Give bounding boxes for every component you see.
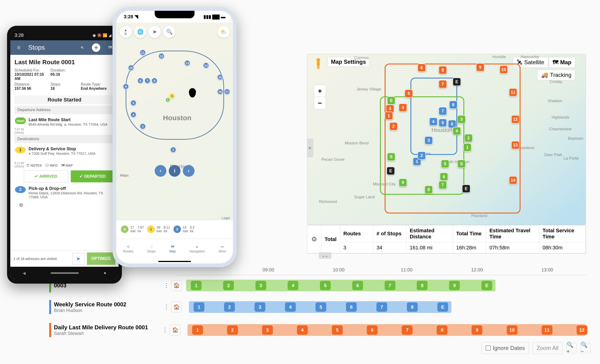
pegman-icon[interactable] [314, 57, 323, 70]
search-icon[interactable]: 🔍 [163, 26, 175, 38]
route-menu-button[interactable]: ⋮ [162, 282, 171, 289]
strip-s[interactable]: S [121, 225, 128, 233]
tab-more[interactable]: •••More [219, 245, 226, 253]
green-start-pin2[interactable]: S [387, 153, 395, 161]
stop-info-button[interactable]: i [169, 165, 180, 177]
gantt-stop-pin[interactable]: 3 [255, 281, 266, 290]
route-home-button[interactable]: 🏠 [171, 280, 182, 291]
map-stop-pin[interactable]: 4 [130, 112, 136, 118]
totals-settings-icon[interactable]: ⚙ [307, 225, 321, 253]
gantt-stop-pin[interactable]: 1 [194, 302, 204, 312]
compass-icon[interactable]: ▲N [120, 26, 132, 38]
strip-2[interactable]: 2 [173, 225, 181, 233]
map-stop-pin[interactable]: 17 [224, 89, 230, 95]
map-stop-pin[interactable]: 5 [130, 100, 136, 106]
route-end-pin3[interactable]: E [462, 185, 470, 193]
map-stop-pin[interactable]: 16 [217, 89, 223, 95]
map-stop-pin[interactable]: 2 [170, 147, 176, 153]
gantt-stop-pin[interactable]: 4 [297, 325, 308, 335]
tab-map[interactable]: 🗺Map [169, 245, 176, 253]
weather-icon[interactable]: ⛅ [217, 26, 230, 38]
home-indicator[interactable] [158, 261, 191, 262]
stop-1[interactable]: 1 Delivery & Service Stop ● 7200 Gulf Fw… [15, 145, 114, 157]
orange-pin[interactable]: 1 [384, 112, 393, 120]
add-button[interactable]: + [91, 43, 101, 52]
gantt-stop-pin[interactable]: 8 [407, 302, 418, 312]
route-row-2[interactable]: Weekly Service Route 0002Brian Hudson ⋮ … [47, 298, 586, 316]
recent-icon[interactable]: ■ [104, 271, 106, 275]
gantt-stop-pin[interactable]: E [481, 281, 492, 290]
start-stop[interactable]: Start Last Mile Route Start 8549 Almeda … [15, 116, 114, 128]
strip-1[interactable]: 1 [147, 225, 155, 233]
gantt-stop-pin[interactable]: 3 [254, 302, 265, 312]
map-stop-pin[interactable]: 9 [123, 84, 129, 90]
orange-pin[interactable]: 13 [511, 141, 520, 149]
dashboard-map[interactable]: Map Settings 🛰Satellite 🗺Map 🚚Tracking +… [307, 54, 586, 225]
ignore-dates-checkbox[interactable]: Ignore Dates [482, 342, 529, 354]
edit-icon[interactable]: ✎ [77, 43, 87, 52]
next-stop-button[interactable]: › [183, 165, 195, 177]
orange-pin[interactable]: 4 [399, 103, 407, 112]
orange-pin[interactable]: 9 [476, 63, 484, 72]
orange-pin[interactable]: 8 [439, 66, 447, 74]
orange-pin[interactable]: 5 [404, 89, 413, 98]
green-pin[interactable]: 6 [440, 173, 448, 181]
green-pin[interactable]: 5 [441, 160, 449, 168]
blue-pin[interactable]: 2 [417, 151, 426, 160]
map-stop-pin[interactable]: 15 [217, 74, 223, 80]
stops-strip[interactable]: S17min7.67mi 116min8.11mi 213min5.2mi [116, 220, 233, 238]
map-view-button[interactable]: 🗺Map [549, 57, 575, 68]
gantt-stop-pin[interactable]: 8 [417, 281, 428, 290]
home-pill[interactable] [51, 272, 79, 274]
location-icon[interactable]: ➤ [149, 26, 161, 38]
orange-pin[interactable]: 10 [499, 65, 508, 74]
route-end-pin[interactable]: E [453, 78, 461, 86]
green-pin[interactable]: 7 [439, 181, 447, 189]
tab-routes[interactable]: ⟲Routes [123, 245, 133, 253]
orange-pin[interactable]: 14 [509, 176, 517, 185]
gantt-stop-pin[interactable]: 6 [352, 281, 363, 290]
expand-totals-button[interactable]: ⌄⌄ [319, 252, 331, 259]
iphone-map[interactable]: ▲N 🌐 ➤ 🔍 ⛅ Houston Pearland 12 11 10 9 6… [116, 22, 233, 221]
gantt-stop-pin[interactable]: 12 [577, 325, 587, 335]
progress-slider[interactable]: S [15, 202, 114, 208]
gantt-stop-pin[interactable]: 5 [320, 281, 331, 290]
green-start-pin[interactable]: S [387, 96, 395, 105]
back-icon[interactable]: ◀ [23, 271, 26, 275]
gantt-stop-pin[interactable]: 7 [384, 281, 395, 290]
legal-link[interactable]: Legal [222, 216, 230, 220]
map-stop-pin[interactable]: 13 [184, 60, 190, 66]
zoom-in-button[interactable]: + [314, 85, 326, 97]
map-stop-pin[interactable]: 12 [159, 53, 165, 59]
route-menu-button[interactable]: ⋮ [160, 327, 170, 334]
green-pin[interactable]: 2 [464, 134, 473, 142]
collapse-panel-button[interactable]: « [307, 139, 313, 157]
gantt-stop-pin[interactable]: 1 [191, 281, 202, 290]
route-row-1[interactable]: 0003 ⋮ 🏠 123456789E [47, 277, 586, 294]
gantt-stop-pin[interactable]: 6 [367, 325, 378, 335]
gantt-stop-pin[interactable]: 1 [192, 325, 203, 335]
route-home-button[interactable]: 🏠 [170, 325, 180, 336]
map-stop-pin-1[interactable]: 1 [169, 93, 175, 99]
green-pin[interactable]: 4 [453, 127, 461, 135]
map-stop-pin[interactable]: 8 [151, 78, 158, 84]
orange-pin[interactable]: 11 [509, 88, 517, 97]
green-pin[interactable]: 9 [399, 178, 407, 187]
gantt-stop-pin[interactable]: 2 [224, 302, 235, 312]
notes-button[interactable]: 🗒NOTES [26, 164, 42, 167]
green-start-pin3[interactable]: S [457, 160, 466, 168]
route-gantt-1[interactable]: 123456789E [186, 280, 496, 291]
route-gantt-2[interactable]: 12345678E [189, 301, 451, 313]
gantt-stop-pin[interactable]: 2 [227, 325, 238, 335]
green-pin[interactable]: 3 [457, 115, 466, 123]
gantt-stop-pin[interactable]: 4 [288, 281, 298, 290]
blue-pin[interactable]: 3 [424, 136, 433, 145]
prev-stop-button[interactable]: ‹ [155, 165, 166, 177]
orange-pin[interactable]: 6 [417, 64, 426, 72]
arrived-button[interactable]: ✔ ARRIVED [24, 170, 68, 182]
zoom-in-button[interactable]: 🔍+ [566, 343, 577, 353]
tab-stops[interactable]: ♡Stops [147, 245, 156, 253]
departed-button[interactable]: ✔ DEPARTED [71, 170, 114, 182]
map-stop-pin[interactable]: 3 [140, 123, 146, 129]
blue-pin[interactable]: 7 [439, 107, 447, 115]
